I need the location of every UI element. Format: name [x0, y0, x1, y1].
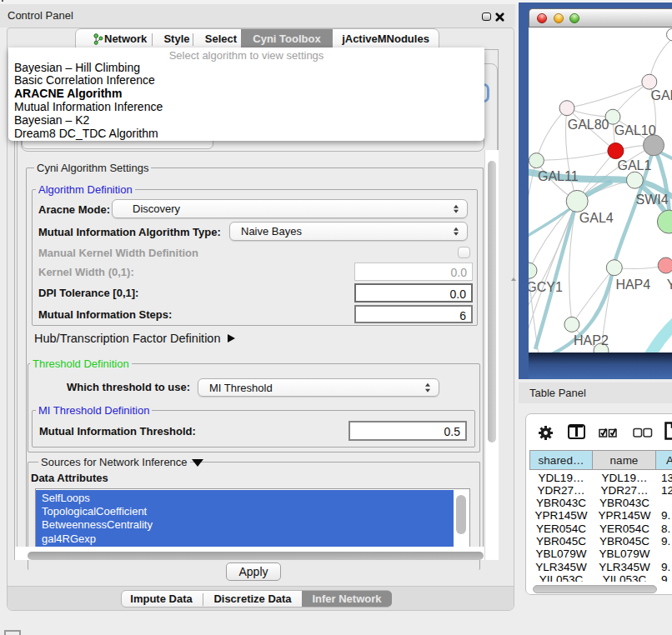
- svg-text:GAL11: GAL11: [538, 169, 579, 183]
- svg-text:GAL4: GAL4: [579, 211, 614, 225]
- svg-text:GAL10: GAL10: [614, 123, 656, 138]
- svg-text:GAL1: GAL1: [618, 158, 652, 172]
- svg-text:GAL: GAL: [651, 88, 672, 102]
- svg-text:HAP4: HAP4: [615, 278, 650, 292]
- svg-text:GAL80: GAL80: [568, 118, 609, 132]
- svg-text:Y: Y: [667, 278, 672, 292]
- svg-text:HAP2: HAP2: [574, 333, 609, 348]
- svg-text:GCY1: GCY1: [529, 280, 563, 294]
- svg-text:SWI4: SWI4: [636, 192, 669, 207]
